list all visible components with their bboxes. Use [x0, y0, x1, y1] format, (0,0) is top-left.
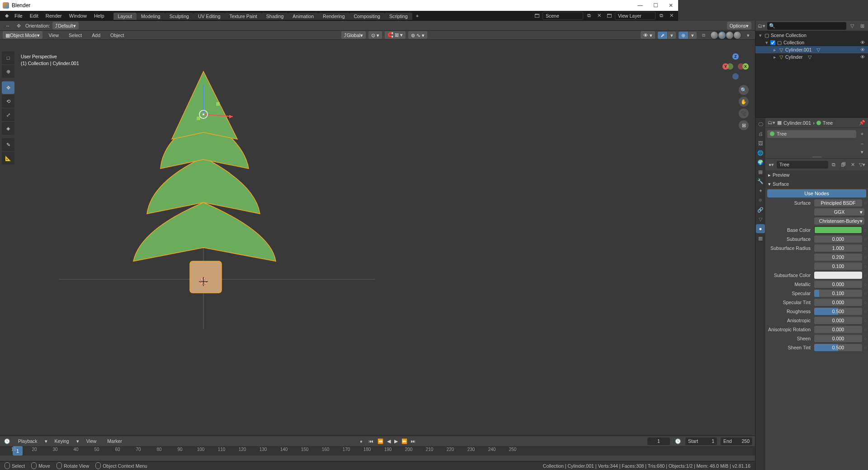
- top-menu-bar: ◆ File Edit Render Window Help Layout Mo…: [0, 11, 678, 21]
- blender-icon[interactable]: ◆: [3, 12, 11, 20]
- window-titlebar: Blender — ☐ ✕: [0, 0, 678, 11]
- menu-file[interactable]: File: [11, 11, 26, 21]
- new-viewlayer-icon[interactable]: ⧉: [657, 12, 665, 20]
- minimize-button[interactable]: —: [636, 2, 645, 9]
- tool-transform[interactable]: ◈: [2, 122, 14, 135]
- close-button[interactable]: ✕: [666, 2, 675, 9]
- viewport-content: [59, 53, 375, 329]
- new-scene-icon[interactable]: ⧉: [585, 12, 593, 20]
- tab-compositing[interactable]: Compositing: [349, 13, 385, 20]
- delete-viewlayer-icon[interactable]: ✕: [667, 12, 675, 20]
- svg-marker-5: [229, 115, 233, 118]
- tool-annotate[interactable]: ✎: [2, 138, 14, 151]
- svg-point-9: [203, 113, 204, 115]
- tool-move[interactable]: ✥: [2, 81, 14, 94]
- tab-shading[interactable]: Shading: [262, 13, 288, 20]
- menu-edit[interactable]: Edit: [26, 11, 42, 21]
- pivot-dropdown[interactable]: ⊙ ▾: [368, 31, 382, 39]
- vp-menu-select[interactable]: Select: [65, 30, 85, 40]
- tab-layout[interactable]: Layout: [113, 13, 137, 20]
- tab-texture-paint[interactable]: Texture Paint: [225, 13, 262, 20]
- menu-render[interactable]: Render: [42, 11, 66, 21]
- visibility-dropdown[interactable]: 👁 ▾: [641, 31, 655, 39]
- tool-scale[interactable]: ⤢: [2, 108, 14, 121]
- add-workspace-button[interactable]: +: [412, 11, 422, 21]
- tool-cursor[interactable]: ⊕: [2, 65, 14, 78]
- viewport-header: ▦ Object Mode ▾ View Select Add Object ⤴…: [0, 31, 678, 40]
- viewport-3d[interactable]: □ ⊕ ✥ ⟲ ⤢ ◈ ✎ 📐 User Perspective (1) Col…: [0, 40, 678, 367]
- tab-animation[interactable]: Animation: [288, 13, 318, 20]
- menu-window[interactable]: Window: [66, 11, 90, 21]
- tab-modeling[interactable]: Modeling: [137, 13, 165, 20]
- viewlayer-browse-icon[interactable]: 🗔: [605, 12, 613, 20]
- gizmo-toggles[interactable]: ⬈▾: [658, 32, 676, 39]
- tool-rotate[interactable]: ⟲: [2, 95, 14, 108]
- blender-logo-icon: [3, 2, 9, 9]
- menu-help[interactable]: Help: [90, 11, 108, 21]
- vp-menu-view[interactable]: View: [45, 30, 63, 40]
- proportional-edit[interactable]: ⊚ ∿ ▾: [408, 31, 427, 39]
- svg-rect-7: [197, 117, 200, 120]
- tab-scripting[interactable]: Scripting: [385, 13, 412, 20]
- tool-select-box[interactable]: □: [2, 52, 14, 64]
- vp-menu-object[interactable]: Object: [107, 30, 127, 40]
- mode-dropdown[interactable]: ▦ Object Mode ▾: [3, 31, 42, 39]
- move-tool-icon[interactable]: ↔: [4, 22, 12, 30]
- tab-uv-editing[interactable]: UV Editing: [193, 13, 225, 20]
- svg-rect-2: [190, 261, 222, 293]
- tool-settings-header: ↔ ✥ Orientation: ⤴ Default ▾ Options ▾: [0, 21, 678, 31]
- transform-orientation[interactable]: ⤴ Global ▾: [341, 31, 366, 39]
- svg-rect-6: [216, 102, 220, 106]
- viewlayer-field[interactable]: View Layer: [615, 12, 656, 20]
- scene-browse-icon[interactable]: 🗔: [533, 12, 541, 20]
- app-title: Blender: [12, 2, 30, 9]
- orientation-label: Orientation:: [25, 23, 50, 28]
- maximize-button[interactable]: ☐: [651, 2, 660, 9]
- scene-field[interactable]: Scene: [542, 12, 583, 20]
- tool-measure[interactable]: 📐: [2, 152, 14, 164]
- orientation-dropdown[interactable]: ⤴ Default ▾: [52, 22, 78, 29]
- drag-icon[interactable]: ✥: [14, 22, 23, 30]
- tab-sculpting[interactable]: Sculpting: [165, 13, 193, 20]
- tab-rendering[interactable]: Rendering: [318, 13, 349, 20]
- vp-menu-add[interactable]: Add: [88, 30, 104, 40]
- snap-toggle[interactable]: 🧲 ⊞ ▾: [385, 31, 406, 39]
- delete-scene-icon[interactable]: ✕: [595, 12, 603, 20]
